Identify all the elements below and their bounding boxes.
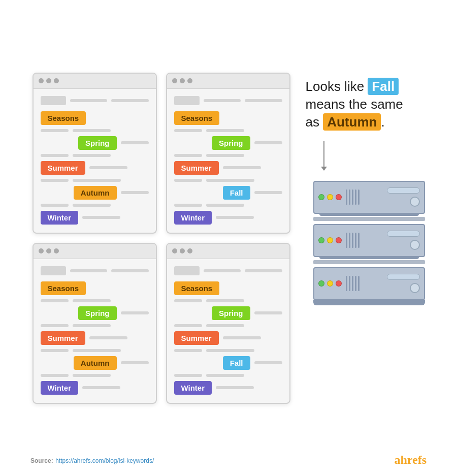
line-10 xyxy=(73,204,111,207)
dot-2 xyxy=(46,78,51,83)
line-4-10 xyxy=(174,374,202,377)
line-8 xyxy=(121,191,149,194)
addr-area-1 xyxy=(41,96,149,105)
lights-row-2 xyxy=(318,237,342,243)
line-3-4 xyxy=(41,324,69,327)
line-2 xyxy=(121,141,149,144)
line-2-9 xyxy=(254,191,282,194)
explanation-as: as xyxy=(306,114,323,130)
winter-tag-3: Winter xyxy=(41,381,79,395)
line-group-1a xyxy=(41,129,149,132)
seasons-tag-4: Seasons xyxy=(174,281,220,295)
addr-line-3 xyxy=(70,269,108,272)
vent-11 xyxy=(346,276,347,291)
seasons-tag-2: Seasons xyxy=(174,111,220,125)
winter-row-2: Winter xyxy=(174,211,282,225)
browser-content-2: Seasons Spring Summer xyxy=(167,89,289,233)
line-3-10 xyxy=(41,374,69,377)
autumn-tag-1: Autumn xyxy=(74,186,117,200)
server-lights-2 xyxy=(318,237,342,243)
winter-row-3: Winter xyxy=(41,381,149,395)
dot-6 xyxy=(187,78,192,83)
dot-4 xyxy=(172,78,177,83)
autumn-highlight: Autumn xyxy=(323,113,381,131)
line-group-4d xyxy=(174,374,282,377)
winter-row-1: Winter xyxy=(41,211,149,225)
server-bar-1 xyxy=(387,187,420,194)
line-2-5 xyxy=(206,154,244,157)
seasons-row-1: Seasons xyxy=(41,111,149,125)
line-group-1c xyxy=(41,179,149,182)
source-attribution: Source: https://ahrefs.com/blog/lsi-keyw… xyxy=(30,456,154,465)
light-yellow-2 xyxy=(327,237,333,243)
addr-line-4 xyxy=(204,269,241,272)
dot-5 xyxy=(180,78,185,83)
browser-titlebar-2 xyxy=(167,74,289,89)
server-vents-2 xyxy=(346,233,360,248)
light-yellow-3 xyxy=(327,280,333,287)
main-container: Seasons Spring xyxy=(0,0,457,476)
line-4-9 xyxy=(254,361,282,364)
line-4-3 xyxy=(254,311,282,314)
server-knob-2 xyxy=(410,240,420,250)
server-unit-1 xyxy=(313,181,425,214)
fall-row-4: Fall xyxy=(174,356,282,370)
server-rack xyxy=(313,181,425,305)
summer-row-2: Summer xyxy=(174,161,282,175)
server-knob-1 xyxy=(410,197,420,207)
server-right-3 xyxy=(387,274,420,293)
lights-row-3 xyxy=(318,280,342,287)
addr-box-1 xyxy=(41,96,66,105)
spring-tag-2: Spring xyxy=(212,136,250,150)
seasons-row-3: Seasons xyxy=(41,281,149,295)
line-4-1 xyxy=(174,299,202,302)
server-bar-3 xyxy=(387,274,420,280)
winter-row-4: Winter xyxy=(174,381,282,395)
fall-highlight: Fall xyxy=(368,78,399,95)
line-2-2 xyxy=(206,129,244,132)
spring-row-4: Spring xyxy=(174,306,282,320)
explanation-period: . xyxy=(381,114,384,130)
addr-line-1 xyxy=(70,99,108,102)
line-2-7 xyxy=(174,179,202,182)
winter-tag-4: Winter xyxy=(174,381,212,395)
line-11 xyxy=(82,216,120,219)
line-3-8 xyxy=(73,349,121,352)
ahrefs-brand: ahrefs xyxy=(394,453,427,467)
line-2-8 xyxy=(206,179,254,182)
vent-8 xyxy=(352,233,353,248)
line-3-3 xyxy=(121,311,149,314)
seasons-row-4: Seasons xyxy=(174,281,282,295)
server-vents-3 xyxy=(346,276,360,291)
lights-row-1 xyxy=(318,194,342,200)
line-4-7 xyxy=(174,349,202,352)
fall-row-2: Fall xyxy=(174,186,282,200)
dot-8 xyxy=(46,248,51,253)
addr-line-3b xyxy=(111,269,149,272)
vent-6 xyxy=(346,233,347,248)
line-group-4b xyxy=(174,324,282,327)
line-2-3 xyxy=(254,141,282,144)
summer-row-3: Summer xyxy=(41,331,149,345)
vent-10 xyxy=(358,233,360,248)
server-right-2 xyxy=(387,231,420,250)
server-shelf-1 xyxy=(313,217,425,221)
addr-line-4b xyxy=(245,269,282,272)
line-3-11 xyxy=(73,374,111,377)
server-shelf-2 xyxy=(313,260,425,264)
line-2-1 xyxy=(174,129,202,132)
fall-tag-2: Fall xyxy=(223,186,250,200)
arrow-head-icon xyxy=(321,167,327,171)
line-group-2b xyxy=(174,154,282,157)
dot-1 xyxy=(39,78,44,83)
addr-box-3 xyxy=(41,266,66,275)
spring-tag-1: Spring xyxy=(78,136,117,150)
line-3-1 xyxy=(41,299,69,302)
arrow-line xyxy=(323,141,324,167)
line-2-11 xyxy=(206,204,244,207)
footer: Source: https://ahrefs.com/blog/lsi-keyw… xyxy=(0,453,457,467)
dot-11 xyxy=(180,248,185,253)
light-green-3 xyxy=(318,280,324,287)
summer-tag-2: Summer xyxy=(174,161,219,175)
source-url: https://ahrefs.com/blog/lsi-keywords/ xyxy=(55,457,154,464)
